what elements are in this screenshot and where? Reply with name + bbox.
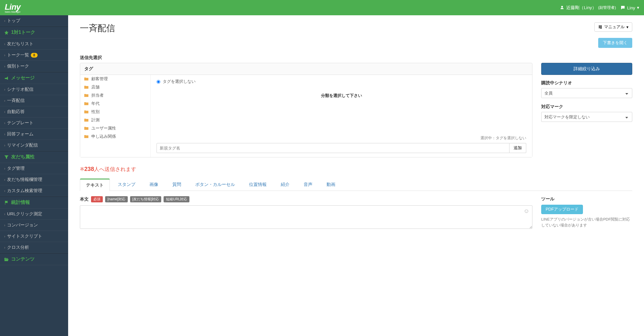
tab-7[interactable]: 音声 [297, 179, 319, 191]
tab-4[interactable]: ボタン・カルーセル [189, 179, 241, 191]
chat-icon [621, 5, 625, 10]
emoji-icon[interactable]: ☺ [524, 208, 529, 214]
folder-label: 顧客管理 [91, 76, 108, 82]
folder-label: 年代 [91, 101, 100, 106]
folder-icon [84, 110, 88, 114]
sidebar-label: トップ [7, 18, 20, 23]
sidebar-category[interactable]: メッセージ [0, 72, 68, 84]
tag-folder[interactable]: 店舗 [80, 83, 150, 91]
send-count: ※238人へ送信されます [80, 166, 632, 173]
sidebar-item[interactable]: ›一斉配信 [0, 95, 68, 106]
sidebar-item[interactable]: ›個別トーク [0, 61, 68, 72]
chevron-right-icon: › [4, 234, 5, 238]
sidebar-category[interactable]: 統計情報 [0, 196, 68, 209]
chevron-right-icon: › [4, 178, 5, 182]
sidebar-category[interactable]: 友だち属性 [0, 151, 68, 163]
tab-6[interactable]: 紹介 [275, 179, 296, 191]
sidebar-category[interactable]: コンテンツ [0, 253, 68, 265]
chevron-right-icon: › [4, 19, 5, 23]
radio-input[interactable] [157, 80, 160, 84]
sidebar-category[interactable]: 1対1トーク [0, 26, 68, 38]
sidebar-item[interactable]: ›トーク一覧8 [0, 50, 68, 61]
tag-folder[interactable]: 顧客管理 [80, 75, 150, 83]
chevron-down-icon: ▾ [637, 5, 639, 10]
chevron-right-icon: › [4, 64, 5, 68]
sidebar-label: 一斉配信 [7, 98, 25, 103]
sidebar-item[interactable]: ›クロス分析 [0, 242, 68, 253]
manual-button[interactable]: マニュアル ▾ [594, 22, 632, 32]
tag-folder[interactable]: 年代 [80, 100, 150, 108]
book-icon [598, 25, 602, 29]
tag-no-select-radio[interactable]: タグを選択しない [157, 79, 526, 84]
header-user[interactable]: 近藤剛（Liny） (副管理者) [560, 5, 616, 11]
folder-icon [84, 94, 88, 97]
flag-icon [4, 201, 9, 205]
detail-filter-button[interactable]: 詳細絞り込み [541, 63, 632, 75]
sidebar-label: テンプレート [7, 120, 33, 126]
sidebar-label: トーク一覧 [7, 52, 29, 58]
tab-3[interactable]: 質問 [166, 179, 187, 191]
tag-folder[interactable]: 計測 [80, 116, 150, 124]
sidebar-label: タグ管理 [7, 166, 25, 171]
tag-folder[interactable]: ユーザー属性 [80, 124, 150, 132]
pdf-upload-button[interactable]: PDFアップロード [541, 205, 583, 214]
open-draft-button[interactable]: 下書きを開く [598, 38, 632, 48]
folder-icon [84, 77, 88, 81]
mark-select[interactable]: 対応マークを限定しない [541, 112, 632, 122]
tag-folder-list[interactable]: 顧客管理店舗担当者年代性別計測ユーザー属性申し込み関係 [80, 75, 151, 157]
filter-icon [4, 155, 9, 159]
tab-5[interactable]: 位置情報 [243, 179, 273, 191]
section-label: 送信先選択 [80, 55, 632, 61]
folder-label: 性別 [91, 109, 100, 115]
sidebar-item[interactable]: ›自動応答 [0, 106, 68, 117]
sidebar-item[interactable]: ›タグ管理 [0, 163, 68, 174]
tab-0[interactable]: テキスト [80, 179, 110, 191]
add-tag-button[interactable]: 追加 [510, 143, 526, 153]
sidebar-item[interactable]: ›サイトスクリプト [0, 231, 68, 242]
tab-8[interactable]: 動画 [320, 179, 342, 191]
sidebar-label: リマインダ配信 [7, 142, 38, 148]
sidebar-item[interactable]: ›シナリオ配信 [0, 84, 68, 95]
tag-folder[interactable]: 性別 [80, 108, 150, 116]
tag-folder[interactable]: 担当者 [80, 91, 150, 100]
logo-text: Liny [5, 2, 21, 11]
sidebar-item[interactable]: ›URLクリック測定 [0, 209, 68, 220]
sidebar-item[interactable]: ›トップ [0, 15, 68, 26]
app-header: Liny Sales Manager 近藤剛（Liny） (副管理者) Liny… [0, 0, 644, 15]
body-textarea[interactable] [80, 205, 532, 229]
header-workspace[interactable]: Liny ▾ [621, 5, 639, 10]
user-icon [560, 5, 564, 10]
sidebar-item[interactable]: ›カスタム検索管理 [0, 185, 68, 196]
sidebar-item[interactable]: ›コンバージョン [0, 220, 68, 231]
url-chip: 短縮URL対応 [164, 196, 189, 202]
scenario-label: 購読中シナリオ [541, 80, 632, 86]
tab-2[interactable]: 画像 [143, 179, 164, 191]
sidebar-item[interactable]: ›回答フォーム [0, 129, 68, 140]
sidebar-label: 友だち情報欄管理 [7, 177, 42, 182]
chevron-right-icon: › [4, 88, 5, 92]
chevron-right-icon: › [4, 99, 5, 103]
tag-folder[interactable]: 申し込み関係 [80, 132, 150, 141]
header-right: 近藤剛（Liny） (副管理者) Liny ▾ [560, 5, 639, 11]
count-badge: 8 [31, 53, 38, 58]
sidebar-item[interactable]: ›友だち情報欄管理 [0, 174, 68, 185]
chevron-right-icon: › [4, 223, 5, 227]
chevron-right-icon: › [4, 110, 5, 114]
sidebar-item[interactable]: ›リマインダ配信 [0, 140, 68, 151]
logo[interactable]: Liny Sales Manager [5, 2, 21, 13]
required-chip: 必須 [91, 196, 103, 202]
tag-panel-head: タグ [80, 63, 532, 75]
chevron-right-icon: › [4, 53, 5, 57]
sidebar-item[interactable]: ›友だちリスト [0, 38, 68, 50]
tab-1[interactable]: スタンプ [112, 179, 142, 191]
sidebar-item[interactable]: ›テンプレート [0, 117, 68, 129]
sidebar-label: コンテンツ [11, 256, 35, 262]
scenario-select[interactable]: 全員 [541, 88, 632, 98]
category-hint: 分類を選択して下さい [157, 93, 526, 98]
folder-label: 計測 [91, 117, 100, 123]
sidebar-label: カスタム検索管理 [7, 188, 42, 194]
sidebar-label: URLクリック測定 [7, 211, 42, 217]
selected-tag-label: 選択中：タグを選択しない [157, 135, 526, 141]
content-tabs: テキストスタンプ画像質問ボタン・カルーセル位置情報紹介音声動画 [80, 179, 632, 191]
new-tag-input[interactable] [157, 143, 510, 153]
